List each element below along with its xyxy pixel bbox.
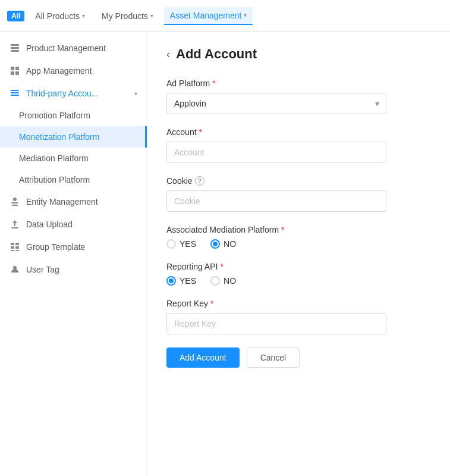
sidebar-label-product-management: Product Management xyxy=(26,43,106,53)
report-key-label: Report Key * xyxy=(166,299,431,308)
asset-management-nav[interactable]: Asset Management ▾ xyxy=(164,7,253,25)
sidebar-label-data-upload: Data Upload xyxy=(26,220,73,229)
form-title-row: ‹ Add Account xyxy=(166,46,431,62)
svg-rect-7 xyxy=(11,90,19,91)
main-layout: Product Management App Management Thrid-… xyxy=(0,32,450,476)
associated-mediation-yes[interactable]: YES xyxy=(166,239,196,249)
page-title: Add Account xyxy=(176,46,257,62)
app-icon xyxy=(10,65,20,76)
account-input[interactable] xyxy=(166,142,386,163)
sidebar-item-group-template[interactable]: Group Template xyxy=(0,236,147,258)
reporting-api-required: * xyxy=(220,262,223,271)
ad-platform-label: Ad Platform * xyxy=(166,79,431,88)
svg-rect-6 xyxy=(15,71,19,75)
ad-platform-group: Ad Platform * Applovin Facebook Google U… xyxy=(166,79,431,114)
sidebar-item-entity-management[interactable]: Entity Management xyxy=(0,190,147,213)
sidebar-item-user-tag[interactable]: User Tag xyxy=(0,258,147,281)
sidebar-label-mediation-platform: Mediation Platform xyxy=(19,154,89,163)
svg-rect-0 xyxy=(11,44,19,46)
associated-mediation-label: Associated Mediation Platform * xyxy=(166,225,431,234)
ad-platform-select[interactable]: Applovin Facebook Google Unity xyxy=(166,93,386,114)
associated-mediation-yes-circle xyxy=(166,239,176,249)
sidebar-item-monetization-platform[interactable]: Monetization Platform xyxy=(0,126,147,148)
thirdparty-icon xyxy=(10,88,20,99)
report-key-input[interactable] xyxy=(166,313,386,334)
sidebar-label-attribution-platform: Attribution Platform xyxy=(19,175,90,184)
upload-icon xyxy=(10,219,20,230)
sidebar-item-thirdparty[interactable]: Thrid-party Accou... ▾ xyxy=(0,82,147,105)
report-key-group: Report Key * xyxy=(166,299,431,334)
grid-icon xyxy=(10,242,20,252)
associated-mediation-no[interactable]: NO xyxy=(210,239,236,249)
associated-mediation-radio-group: YES NO xyxy=(166,239,431,249)
my-products-nav[interactable]: My Products ▾ xyxy=(96,8,159,24)
user-icon xyxy=(10,264,20,275)
sidebar: Product Management App Management Thrid-… xyxy=(0,32,147,476)
form-panel: ‹ Add Account Ad Platform * Applovin Fac… xyxy=(147,32,450,476)
asset-management-chevron: ▾ xyxy=(244,12,247,18)
svg-rect-4 xyxy=(15,67,19,70)
sidebar-label-thirdparty: Thrid-party Accou... xyxy=(26,89,98,98)
reporting-api-group: Reporting API * YES NO xyxy=(166,262,431,286)
account-label: Account * xyxy=(166,127,431,137)
sidebar-label-user-tag: User Tag xyxy=(26,265,59,274)
all-products-chevron: ▾ xyxy=(82,12,85,19)
top-navigation: All All Products ▾ My Products ▾ Asset M… xyxy=(0,0,450,32)
reporting-api-radio-group: YES NO xyxy=(166,276,431,286)
reporting-api-no-circle xyxy=(210,276,220,286)
svg-rect-17 xyxy=(15,246,19,249)
cookie-label: Cookie ? xyxy=(166,176,431,186)
ad-platform-select-wrap: Applovin Facebook Google Unity xyxy=(166,93,386,114)
add-account-button[interactable]: Add Account xyxy=(166,347,240,368)
associated-mediation-required: * xyxy=(281,225,284,234)
sidebar-item-app-management[interactable]: App Management xyxy=(0,60,147,82)
report-key-required: * xyxy=(210,299,213,308)
thirdparty-chevron: ▾ xyxy=(134,90,137,97)
reporting-api-yes[interactable]: YES xyxy=(166,276,196,286)
all-products-nav[interactable]: All Products ▾ xyxy=(29,8,91,24)
svg-rect-16 xyxy=(11,246,14,249)
account-group: Account * xyxy=(166,127,431,163)
associated-mediation-no-circle xyxy=(210,239,220,249)
sidebar-item-attribution-platform[interactable]: Attribution Platform xyxy=(0,169,147,190)
svg-rect-1 xyxy=(11,47,19,49)
account-required: * xyxy=(199,127,202,137)
cookie-group: Cookie ? xyxy=(166,176,431,212)
cookie-help-icon[interactable]: ? xyxy=(195,176,204,186)
reporting-api-yes-circle xyxy=(166,276,176,286)
entity-icon xyxy=(10,196,20,207)
svg-rect-3 xyxy=(11,67,14,70)
main-content: ‹ Add Account Ad Platform * Applovin Fac… xyxy=(147,32,450,476)
sidebar-item-promotion-platform[interactable]: Promotion Platform xyxy=(0,105,147,126)
sidebar-item-product-management[interactable]: Product Management xyxy=(0,37,147,60)
svg-point-10 xyxy=(13,198,17,201)
cancel-button[interactable]: Cancel xyxy=(247,347,300,368)
my-products-chevron: ▾ xyxy=(150,12,153,19)
svg-rect-13 xyxy=(11,227,18,228)
reporting-api-label: Reporting API * xyxy=(166,262,431,271)
cookie-input[interactable] xyxy=(166,190,386,212)
svg-rect-11 xyxy=(11,202,18,203)
sidebar-label-entity-management: Entity Management xyxy=(26,197,98,206)
svg-rect-18 xyxy=(11,250,14,251)
sidebar-label-app-management: App Management xyxy=(26,66,92,76)
sidebar-label-group-template: Group Template xyxy=(26,242,85,252)
sidebar-label-promotion-platform: Promotion Platform xyxy=(19,111,90,120)
form-button-row: Add Account Cancel xyxy=(166,347,431,368)
ad-platform-required: * xyxy=(212,79,215,88)
sidebar-item-data-upload[interactable]: Data Upload xyxy=(0,213,147,236)
back-button[interactable]: ‹ xyxy=(166,48,170,61)
svg-rect-12 xyxy=(12,205,18,206)
svg-rect-14 xyxy=(11,243,14,245)
svg-rect-19 xyxy=(15,250,19,251)
reporting-api-no[interactable]: NO xyxy=(210,276,236,286)
svg-rect-8 xyxy=(11,92,19,93)
layers-icon xyxy=(10,43,20,54)
all-badge[interactable]: All xyxy=(7,11,24,21)
svg-rect-15 xyxy=(15,243,19,245)
svg-rect-9 xyxy=(11,95,19,96)
sidebar-label-monetization-platform: Monetization Platform xyxy=(19,132,99,142)
svg-rect-2 xyxy=(11,50,19,52)
sidebar-item-mediation-platform[interactable]: Mediation Platform xyxy=(0,148,147,169)
svg-rect-5 xyxy=(11,71,14,75)
